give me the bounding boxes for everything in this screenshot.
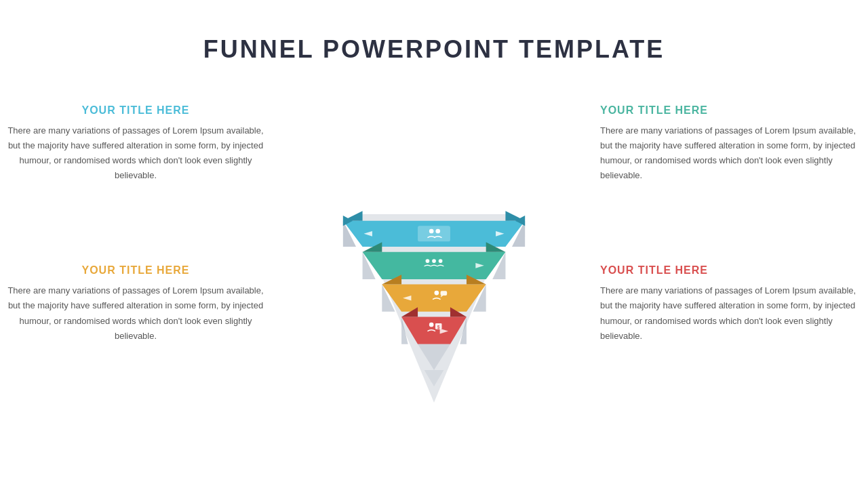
right-top-title: YOUR TITLE HERE [600, 104, 865, 117]
right-bottom-title: YOUR TITLE HERE [600, 264, 865, 277]
left-panel-bottom: YOUR TITLE HERE There are many variation… [3, 264, 268, 343]
svg-point-10 [435, 229, 440, 234]
svg-point-27 [434, 291, 439, 296]
svg-point-20 [439, 259, 443, 263]
svg-rect-28 [441, 291, 448, 296]
svg-text:$: $ [437, 325, 440, 330]
left-bottom-title: YOUR TITLE HERE [3, 264, 268, 277]
right-panel-top: YOUR TITLE HERE There are many variation… [600, 104, 865, 183]
svg-point-18 [426, 259, 430, 263]
svg-point-19 [432, 259, 436, 263]
right-panel-bottom: YOUR TITLE HERE There are many variation… [600, 264, 865, 343]
left-bottom-body: There are many variations of passages of… [3, 283, 268, 343]
main-content: YOUR TITLE HERE There are many variation… [0, 91, 868, 488]
funnel-svg: $ [298, 91, 570, 403]
svg-point-9 [429, 229, 434, 234]
right-top-body: There are many variations of passages of… [600, 123, 865, 183]
left-panel-top: YOUR TITLE HERE There are many variation… [3, 104, 268, 183]
left-top-body: There are many variations of passages of… [3, 123, 268, 183]
funnel-container: $ [288, 91, 580, 403]
page-title: FUNNEL POWERPOINT TEMPLATE [0, 0, 868, 64]
svg-rect-8 [418, 226, 450, 241]
svg-point-36 [429, 323, 434, 327]
right-panels: YOUR TITLE HERE There are many variation… [580, 104, 865, 384]
right-bottom-body: There are many variations of passages of… [600, 283, 865, 343]
left-panels: YOUR TITLE HERE There are many variation… [3, 104, 288, 384]
left-top-title: YOUR TITLE HERE [3, 104, 268, 117]
